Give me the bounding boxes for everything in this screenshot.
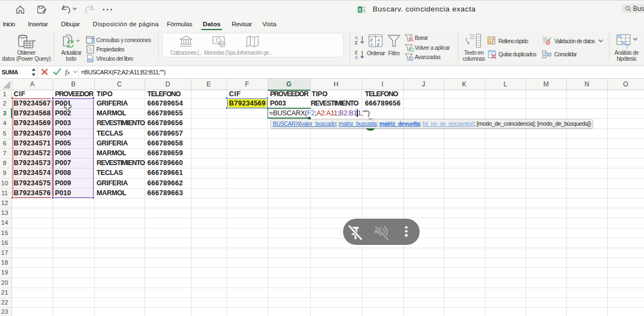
svg-text:Z: Z: [355, 40, 358, 45]
svg-text:A: A: [370, 42, 374, 47]
svg-text:Z: Z: [377, 42, 380, 47]
svg-text:A: A: [355, 35, 358, 40]
svg-text:?: ?: [625, 43, 629, 49]
svg-text:A: A: [355, 55, 358, 60]
svg-text:Z: Z: [355, 50, 358, 55]
